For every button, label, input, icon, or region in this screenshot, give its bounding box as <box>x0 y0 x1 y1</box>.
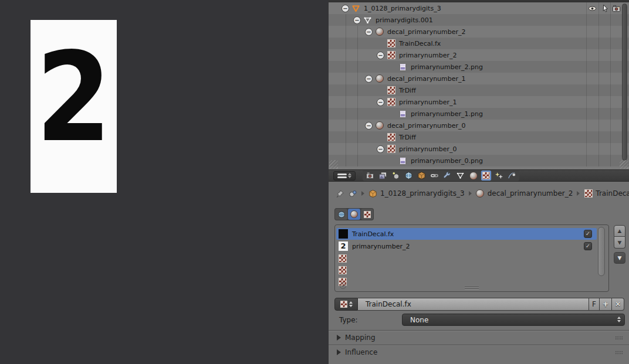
area-corner-handle[interactable] <box>329 160 338 169</box>
tab-scene[interactable] <box>391 171 401 181</box>
outliner-label[interactable]: primarynumber_0.png <box>411 157 483 165</box>
collapse-toggle-icon[interactable]: − <box>365 28 373 36</box>
breadcrumb-material[interactable]: decal_primarynumber_2 <box>476 189 573 198</box>
move-slot-down-button[interactable]: ▼ <box>614 237 625 249</box>
outliner-label[interactable]: primarynumber_2.png <box>411 63 483 71</box>
new-texture-button[interactable]: + <box>600 298 612 311</box>
fake-user-button[interactable]: F <box>589 298 600 311</box>
image-viewport[interactable]: 2 <box>0 0 329 364</box>
influence-panel-header[interactable]: Influence <box>329 345 629 359</box>
collapse-toggle-icon[interactable]: − <box>377 145 384 153</box>
expand-arrow-icon <box>337 349 341 355</box>
outliner-label[interactable]: primarynumber_1 <box>399 98 456 106</box>
outliner-label[interactable]: TrDiff <box>399 87 416 94</box>
tab-object-data[interactable] <box>455 171 465 181</box>
collapse-toggle-icon[interactable]: − <box>353 16 361 24</box>
texture-slot-row[interactable] <box>339 253 347 264</box>
outliner-label[interactable]: primarynumber_0 <box>399 145 456 153</box>
slot-specials-menu-button[interactable]: ▼ <box>614 252 625 264</box>
breadcrumb-texture-label[interactable]: TrainDecal.fx <box>596 189 629 198</box>
outliner-label[interactable]: primarynumber_2 <box>399 52 456 59</box>
pin-icon[interactable] <box>336 189 344 198</box>
collapse-toggle-icon[interactable]: − <box>377 98 384 106</box>
texture-slot-row[interactable] <box>339 264 347 275</box>
editor-type-button[interactable] <box>333 171 356 181</box>
breadcrumb-object[interactable]: 1_0128_primarydigits_3 <box>368 189 465 198</box>
collapse-toggle-icon[interactable]: − <box>341 5 349 12</box>
list-scrollbar[interactable] <box>598 227 605 276</box>
panel-label: Mapping <box>345 334 376 342</box>
unlink-texture-button[interactable]: ✕ <box>612 298 624 311</box>
panel-drag-grip[interactable] <box>615 336 623 340</box>
outliner-row-texture[interactable]: − primarynumber_0 <box>329 143 629 155</box>
outliner-tree: − 1_0128_primarydigits_3 − primarydigits… <box>329 2 629 166</box>
texture-type-dropdown[interactable]: None <box>402 314 625 326</box>
tab-render[interactable] <box>365 171 375 181</box>
slot-enabled-checkbox[interactable]: ✓ <box>584 230 592 238</box>
mapping-panel-header[interactable]: Mapping <box>329 330 629 344</box>
texture-slot-name[interactable]: TrainDecal.fx <box>352 230 394 238</box>
collapse-toggle-icon[interactable]: − <box>365 122 373 130</box>
outliner-label[interactable]: TrainDecal.fx <box>399 40 441 47</box>
outliner-row-object[interactable]: − 1_0128_primarydigits_3 <box>329 2 629 14</box>
world-texture-button[interactable] <box>335 209 347 220</box>
tab-object[interactable] <box>417 171 427 181</box>
add-slot-icon[interactable]: + <box>340 283 346 289</box>
texture-name-input[interactable]: TrainDecal.fx <box>358 298 589 311</box>
texture-slot-row[interactable]: 2 primarynumber_2 ✓ <box>336 240 597 252</box>
outliner-row-image[interactable]: primarynumber_1.png <box>329 108 629 120</box>
properties-editor-icon <box>337 174 347 178</box>
tab-world[interactable] <box>404 171 414 181</box>
area-corner-handle[interactable] <box>620 160 628 169</box>
outliner-row-texture[interactable]: TrDiff <box>329 131 629 143</box>
browse-texture-button[interactable] <box>334 298 358 311</box>
breadcrumb-arrow-icon <box>469 191 472 196</box>
outliner-row-texture[interactable]: − primarynumber_2 <box>329 49 629 61</box>
outliner-row-material[interactable]: − decal_primarynumber_0 <box>329 120 629 131</box>
outliner-label[interactable]: TrDiff <box>399 134 416 141</box>
tab-texture[interactable] <box>481 171 491 181</box>
slot-enabled-checkbox[interactable]: ✓ <box>584 242 592 250</box>
texture-thumbnail <box>339 229 348 239</box>
tab-physics[interactable] <box>507 171 517 181</box>
outliner-row-material[interactable]: − decal_primarynumber_1 <box>329 73 629 84</box>
list-resize-handle[interactable] <box>465 287 479 290</box>
outliner-label[interactable]: primarynumber_1.png <box>411 110 483 118</box>
texture-checker-icon <box>584 189 593 198</box>
outliner-label[interactable]: 1_0128_primarydigits_3 <box>364 5 441 12</box>
panel-drag-grip[interactable] <box>615 351 623 355</box>
texture-slot-row[interactable]: TrainDecal.fx ✓ <box>336 228 597 240</box>
collapse-toggle-icon[interactable]: − <box>365 75 373 83</box>
collapse-toggle-icon[interactable]: − <box>377 52 384 59</box>
breadcrumb-texture[interactable]: TrainDecal.fx <box>584 189 629 198</box>
outliner-row-texture[interactable]: TrainDecal.fx <box>329 38 629 49</box>
outliner-label[interactable]: primarydigits.001 <box>376 16 433 24</box>
other-texture-button[interactable] <box>361 209 373 220</box>
breadcrumb-material-label[interactable]: decal_primarynumber_2 <box>488 189 573 198</box>
tab-modifiers[interactable] <box>442 171 452 181</box>
selectability-cursor-icon[interactable] <box>601 2 610 14</box>
outliner-panel: − 1_0128_primarydigits_3 − primarydigits… <box>329 0 629 169</box>
image-icon <box>398 157 407 165</box>
outliner-label[interactable]: decal_primarynumber_1 <box>387 75 466 83</box>
tab-particles[interactable] <box>494 171 504 181</box>
outliner-label[interactable]: decal_primarynumber_2 <box>387 28 466 36</box>
outliner-label[interactable]: decal_primarynumber_0 <box>387 122 466 130</box>
material-texture-button[interactable] <box>348 209 360 220</box>
outliner-row-texture[interactable]: TrDiff <box>329 84 629 96</box>
visibility-eye-icon[interactable] <box>588 2 597 14</box>
texture-slot-name[interactable]: primarynumber_2 <box>352 243 410 250</box>
outliner-row-texture[interactable]: − primarynumber_1 <box>329 96 629 108</box>
outliner-row-mesh[interactable]: − primarydigits.001 <box>329 14 629 26</box>
breadcrumb-object-label[interactable]: 1_0128_primarydigits_3 <box>380 189 465 198</box>
renderability-camera-icon[interactable] <box>612 2 621 14</box>
texture-context-icon[interactable] <box>349 189 357 198</box>
move-slot-up-button[interactable]: ▲ <box>614 225 625 237</box>
tab-material[interactable] <box>468 171 478 181</box>
outliner-scrollbar[interactable] <box>622 4 627 161</box>
tab-render-layers[interactable] <box>378 171 388 181</box>
outliner-row-image[interactable]: primarynumber_2.png <box>329 61 629 73</box>
tab-constraints[interactable] <box>430 171 439 181</box>
outliner-row-material[interactable]: − decal_primarynumber_2 <box>329 26 629 38</box>
outliner-row-image[interactable]: primarynumber_0.png <box>329 155 629 166</box>
